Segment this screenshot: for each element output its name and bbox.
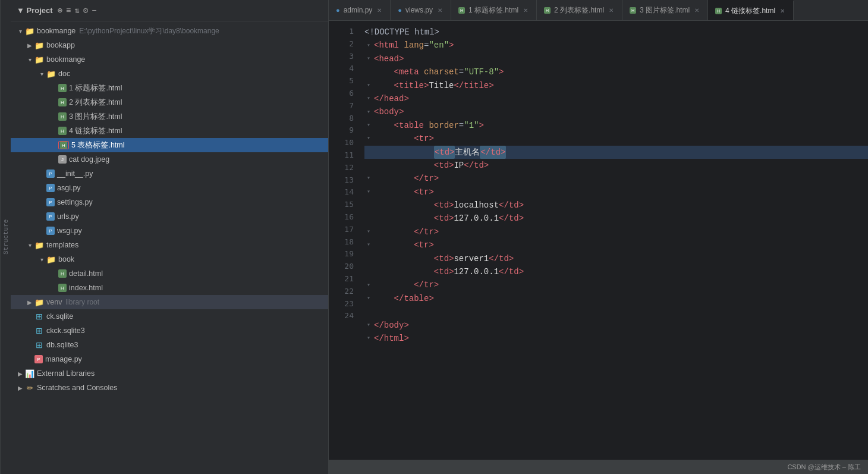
code-text: lang — [399, 39, 424, 52]
code-text — [374, 238, 414, 252]
code-text: </tr> — [414, 172, 439, 185]
scroll-icon[interactable]: ≡ — [66, 6, 71, 15]
tree-item-index[interactable]: H index.html — [11, 281, 328, 295]
sqlite-icon: ⊞ — [34, 312, 44, 321]
tree-item-bookmange-root[interactable]: ▾ 📁 bookmange E:\pythonProject\linux学习\d… — [11, 24, 328, 38]
code-line-20: ▾ </tr> — [364, 278, 868, 291]
sidebar-header-icons: ⊕ ≡ ⇅ ⚙ − — [58, 5, 97, 15]
tab-label: 3 图片标签.html — [640, 5, 690, 15]
fold-indicator: ▾ — [364, 121, 373, 130]
code-text: </td> — [499, 212, 524, 225]
code-line-23: ▾ </body> — [364, 319, 868, 332]
tab-close[interactable]: ✕ — [779, 7, 786, 15]
tab-html1[interactable]: H 1 标题标签.html ✕ — [451, 0, 537, 20]
code-text — [374, 199, 434, 212]
structure-panel: Structure — [0, 0, 11, 474]
tree-item-settings[interactable]: P settings.py — [11, 195, 328, 209]
tree-item-asgi[interactable]: P asgi.py — [11, 181, 328, 195]
gear-icon[interactable]: ⚙ — [83, 5, 88, 15]
ext-lib-icon: 📊 — [25, 369, 34, 378]
tab-html4[interactable]: H 4 链接标签.html ✕ — [708, 0, 794, 20]
code-text: <tr> — [414, 186, 434, 199]
html-icon: H — [58, 284, 67, 292]
code-text: border — [424, 119, 459, 132]
tab-html3[interactable]: H 3 图片标签.html ✕ — [622, 0, 708, 20]
tab-close[interactable]: ✕ — [693, 7, 700, 14]
fold-indicator: ▾ — [364, 187, 373, 197]
py-icon: P — [34, 355, 43, 363]
tree-item-venv[interactable]: ▶ 📁 venv library root — [11, 295, 328, 309]
code-text: <!DOCTYPE html> — [364, 26, 439, 39]
tree-item-init[interactable]: P __init__.py — [11, 167, 328, 181]
fold-indicator — [364, 161, 373, 170]
code-content[interactable]: <!DOCTYPE html> ▾ <html lang="en"> ▾ <he… — [358, 21, 868, 460]
tab-admin[interactable]: ● admin.py ✕ — [329, 0, 391, 20]
tree-item-detail[interactable]: H detail.html — [11, 266, 328, 281]
tree-item-urls[interactable]: P urls.py — [11, 209, 328, 224]
item-label: 4 链接标签.html — [69, 126, 122, 136]
tree-item-html2[interactable]: H 2 列表标签.html — [11, 95, 328, 109]
code-text: <td> — [434, 159, 454, 172]
code-text: IP — [454, 159, 464, 172]
tree-item-bookmange-sub[interactable]: ▾ 📁 bookmange — [11, 52, 328, 67]
code-text: <head> — [374, 52, 404, 65]
item-label: templates — [46, 241, 78, 249]
fold-indicator — [364, 214, 373, 224]
sidebar-title: ▼ Project — [17, 6, 53, 15]
add-icon[interactable]: ⊕ — [58, 5, 62, 15]
tree-item-ext-libs[interactable]: ▶ 📊 External Libraries — [11, 366, 328, 381]
folder-icon: 📁 — [34, 40, 44, 50]
item-label: 1 标题标签.html — [69, 83, 122, 93]
fold-indicator: ▾ — [364, 334, 373, 343]
tab-close[interactable]: ✕ — [436, 7, 444, 14]
tree-item-doc[interactable]: ▾ 📁 doc — [11, 67, 328, 81]
tab-views[interactable]: ● views.py ✕ — [391, 0, 451, 20]
tree-item-book[interactable]: ▾ 📁 book — [11, 252, 328, 266]
code-text: > — [499, 65, 504, 79]
tree-item-html1[interactable]: H 1 标题标签.html — [11, 81, 328, 95]
code-text: <td> — [434, 212, 454, 225]
tree-item-manage[interactable]: P manage.py — [11, 352, 328, 366]
tab-py-icon: ● — [398, 7, 402, 14]
fold-indicator: ▾ — [364, 81, 373, 90]
code-text: Title — [429, 79, 454, 92]
tree-item-catdog[interactable]: J cat dog.jpeg — [11, 152, 328, 167]
tab-html2[interactable]: H 2 列表标签.html ✕ — [537, 0, 622, 20]
folder-icon: 📁 — [34, 55, 44, 64]
code-text: </html> — [374, 332, 409, 345]
tree-item-html3[interactable]: H 3 图片标签.html — [11, 109, 328, 124]
tree-item-ck-sqlite[interactable]: ⊞ ck.sqlite — [11, 309, 328, 324]
tree-item-scratches[interactable]: ▶ ✏ Scratches and Consoles — [11, 381, 328, 395]
tree-item-db-sqlite3[interactable]: ⊞ db.sqlite3 — [11, 338, 328, 352]
tab-close[interactable]: ✕ — [522, 7, 529, 14]
code-line-10: <td>主机名</td> — [364, 146, 868, 159]
tree-item-templates[interactable]: ▾ 📁 templates — [11, 238, 328, 252]
code-line-6: ▾ </head> — [364, 92, 868, 105]
tree-item-ckck-sqlite3[interactable]: ⊞ ckck.sqlite3 — [11, 324, 328, 338]
sort-icon[interactable]: ⇅ — [74, 5, 79, 15]
tree-item-html5[interactable]: H 5 表格标签.html — [11, 138, 328, 152]
code-text: "UTF-8" — [464, 65, 499, 79]
tree-item-html4[interactable]: H 4 链接标签.html — [11, 124, 328, 138]
tabs-bar: ● admin.py ✕ ● views.py ✕ H 1 标题标签.html … — [329, 0, 868, 21]
item-label: manage.py — [45, 355, 82, 363]
minimize-icon[interactable]: − — [92, 6, 96, 15]
code-editor: 1 2 3 4 5 6 7 8 9 10 11 12 13 14 15 16 1… — [329, 21, 868, 460]
fold-indicator — [364, 267, 373, 277]
code-text: </tr> — [414, 225, 439, 238]
fold-indicator: ▾ — [364, 94, 373, 103]
code-text — [374, 186, 414, 199]
code-line-5: ▾ <title>Title</title> — [364, 79, 868, 92]
tab-close[interactable]: ✕ — [608, 7, 615, 14]
tree-item-bookapp[interactable]: ▶ 📁 bookapp — [11, 38, 328, 52]
code-line-2: ▾ <html lang="en"> — [364, 39, 868, 52]
tree-item-wsgi[interactable]: P wsgi.py — [11, 224, 328, 238]
html-icon: H — [58, 127, 67, 135]
fold-indicator — [364, 147, 373, 157]
tab-close[interactable]: ✕ — [376, 7, 383, 14]
code-line-1: <!DOCTYPE html> — [364, 26, 868, 39]
code-text — [374, 132, 414, 145]
sidebar: ▼ Project ⊕ ≡ ⇅ ⚙ − ▾ 📁 bookmange E:\pyt… — [11, 0, 329, 474]
item-label: cat dog.jpeg — [69, 155, 109, 164]
venv-sublabel: library root — [65, 298, 99, 306]
